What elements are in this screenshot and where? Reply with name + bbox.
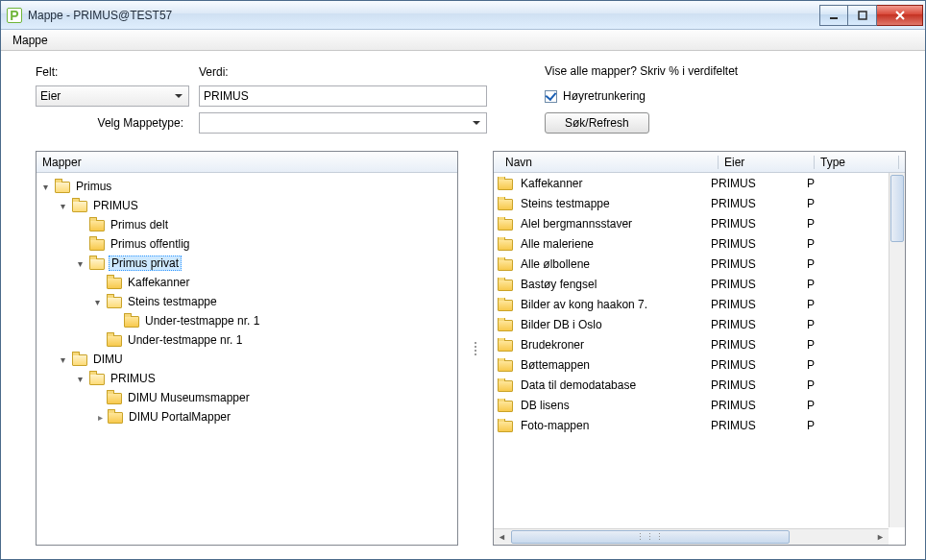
menu-mappe[interactable]: Mappe	[5, 32, 56, 49]
tree-header: Mapper	[37, 152, 457, 173]
cell-navn: Bilder av kong haakon 7.	[521, 298, 647, 311]
tree-node-delt[interactable]: Primus delt	[75, 215, 455, 234]
search-panel: Felt: Verdi: Vise alle mapper? Skriv % i…	[36, 64, 906, 134]
folder-icon	[498, 258, 513, 270]
trunc-checkbox[interactable]	[545, 90, 557, 103]
felt-value: Eier	[40, 89, 61, 103]
list-body[interactable]: KaffekannerPRIMUSPSteins testmappePRIMUS…	[494, 173, 905, 528]
folder-icon	[498, 218, 513, 230]
split-panes: Mapper Primus PRIMUS Primus delt Primus …	[36, 151, 906, 546]
cell-type: P	[807, 318, 865, 331]
cell-navn: Data til demodatabase	[521, 378, 636, 392]
folder-icon	[124, 315, 139, 327]
table-row[interactable]: Alle malerienePRIMUSP	[494, 233, 905, 254]
tree-node-primus[interactable]: PRIMUS	[58, 196, 455, 215]
table-row[interactable]: Bilder DB i OsloPRIMUSP	[494, 314, 905, 334]
table-row[interactable]: Foto-mappenPRIMUSP	[494, 415, 905, 435]
tree-node-dimu-portal[interactable]: DIMU PortalMapper	[92, 407, 455, 426]
scroll-thumb[interactable]: ⋮⋮⋮	[511, 530, 790, 544]
cell-navn: Bilder DB i Oslo	[521, 318, 602, 331]
folder-icon	[498, 400, 513, 411]
table-row[interactable]: Steins testmappePRIMUSP	[494, 193, 905, 213]
table-row[interactable]: BrudekronerPRIMUSP	[494, 334, 905, 354]
cell-type: P	[807, 358, 865, 372]
tree-node-dimu-primus[interactable]: PRIMUS	[75, 369, 455, 388]
table-row[interactable]: Data til demodatabasePRIMUSP	[494, 375, 905, 395]
cell-eier: PRIMUS	[711, 278, 807, 291]
table-row[interactable]: Alle ølbollenePRIMUSP	[494, 254, 905, 274]
felt-combo[interactable]: Eier	[36, 85, 189, 107]
list-pane: Navn Eier Type KaffekannerPRIMUSPSteins …	[493, 151, 906, 546]
search-button[interactable]: Søk/Refresh	[545, 112, 649, 134]
folder-icon	[498, 198, 513, 209]
mappetype-combo[interactable]	[199, 112, 487, 134]
cell-type: P	[807, 197, 865, 210]
cell-eier: PRIMUS	[711, 399, 807, 412]
table-row[interactable]: Alel bergmannsstaverPRIMUSP	[494, 213, 905, 233]
tree-node-offentlig[interactable]: Primus offentlig	[75, 234, 455, 254]
tree-header-label: Mapper	[42, 156, 82, 169]
cell-type: P	[807, 298, 865, 311]
svg-rect-0	[859, 12, 866, 19]
table-row[interactable]: Bilder av kong haakon 7.PRIMUSP	[494, 294, 905, 314]
splitter[interactable]	[474, 151, 477, 546]
window-title: Mappe - PRIMUS@TEST57	[28, 9, 819, 22]
folder-icon	[498, 238, 513, 250]
folder-icon	[498, 359, 513, 371]
cell-eier: PRIMUS	[711, 177, 807, 190]
menubar: Mappe	[1, 30, 925, 51]
cell-navn: Alel bergmannsstaver	[521, 217, 632, 231]
folder-icon	[55, 181, 70, 192]
tree-node-steins[interactable]: Steins testmappe	[92, 292, 455, 311]
hint-text: Vise alle mapper? Skriv % i verdifeltet	[545, 64, 906, 78]
search-button-label: Søk/Refresh	[565, 116, 629, 130]
close-button[interactable]	[877, 5, 923, 26]
cell-navn: Brudekroner	[521, 338, 584, 352]
scroll-left-icon[interactable]: ◄	[494, 529, 510, 545]
tree-node-under1b[interactable]: Under-testmappe nr. 1	[92, 330, 455, 350]
horizontal-scrollbar[interactable]: ◄ ⋮⋮⋮ ►	[494, 528, 889, 545]
titlebar[interactable]: P Mappe - PRIMUS@TEST57	[1, 1, 925, 30]
tree-node-dimu-museum[interactable]: DIMU Museumsmapper	[92, 388, 455, 407]
table-row[interactable]: Bastøy fengselPRIMUSP	[494, 274, 905, 294]
col-type[interactable]: Type	[815, 156, 899, 169]
tree-node-under1[interactable]: Under-testmappe nr. 1	[110, 311, 455, 330]
cell-type: P	[807, 257, 865, 271]
vertical-scrollbar[interactable]	[889, 173, 905, 527]
cell-eier: PRIMUS	[711, 237, 807, 251]
trunc-label: Høyretrunkering	[563, 89, 646, 103]
scroll-right-icon[interactable]: ►	[872, 529, 889, 545]
table-row[interactable]: BøttemappenPRIMUSP	[494, 354, 905, 375]
cell-eier: PRIMUS	[711, 378, 807, 392]
scroll-thumb[interactable]	[890, 175, 904, 242]
folder-icon	[498, 319, 513, 330]
col-eier[interactable]: Eier	[719, 156, 815, 169]
folder-icon	[89, 219, 105, 231]
folder-icon	[498, 379, 513, 391]
tree-node-kaffe[interactable]: Kaffekanner	[92, 273, 455, 292]
folder-tree[interactable]: Primus PRIMUS Primus delt Primus offentl…	[37, 173, 457, 545]
folder-icon	[107, 334, 122, 346]
tree-pane: Mapper Primus PRIMUS Primus delt Primus …	[36, 151, 458, 546]
minimize-button[interactable]	[819, 5, 848, 26]
felt-label: Felt:	[36, 65, 189, 79]
cell-navn: Kaffekanner	[521, 177, 583, 190]
maximize-button[interactable]	[848, 5, 877, 26]
cell-eier: PRIMUS	[711, 257, 807, 271]
cell-eier: PRIMUS	[711, 318, 807, 331]
folder-icon	[498, 420, 513, 431]
folder-icon	[498, 299, 513, 310]
folder-icon	[107, 392, 122, 403]
folder-icon	[89, 238, 105, 250]
table-row[interactable]: KaffekannerPRIMUSP	[494, 173, 905, 193]
col-navn[interactable]: Navn	[500, 156, 719, 169]
tree-node-primus-root[interactable]: Primus	[40, 177, 455, 196]
client-area: Felt: Verdi: Vise alle mapper? Skriv % i…	[1, 51, 925, 559]
tree-node-dimu[interactable]: DIMU	[58, 350, 455, 369]
table-row[interactable]: DB lisensPRIMUSP	[494, 395, 905, 415]
folder-icon	[89, 373, 105, 384]
verdi-label: Verdi:	[199, 65, 487, 79]
verdi-input[interactable]: PRIMUS	[199, 85, 487, 107]
folder-icon	[498, 178, 513, 189]
tree-node-privat[interactable]: Primus privat	[75, 254, 455, 273]
